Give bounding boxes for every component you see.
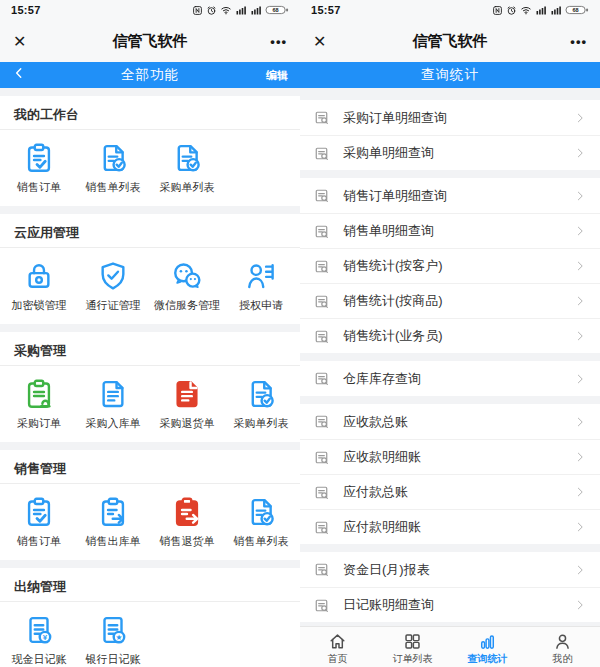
left-content: 我的工作台 销售订单 销售单列表 采购单列表云应用管理 加密锁管理 通行证管理 …	[0, 88, 300, 667]
chevron-right-icon	[573, 259, 587, 273]
query-row-label: 销售订单明细查询	[343, 187, 573, 205]
query-row[interactable]: 日记账明细查询	[300, 587, 600, 622]
app-title: 信管飞软件	[53, 32, 247, 51]
query-row[interactable]: 采购单明细查询	[300, 135, 600, 170]
tab-home[interactable]: 首页	[300, 627, 375, 667]
doc-search-icon	[313, 561, 330, 578]
function-item-label: 加密锁管理	[12, 298, 67, 313]
doc-yen-icon: ¥	[22, 612, 56, 648]
query-row[interactable]: 应付款明细账	[300, 509, 600, 544]
function-item[interactable]: 采购退货单	[150, 376, 224, 431]
query-row[interactable]: 资金日(月)报表	[300, 552, 600, 587]
chevron-right-icon	[573, 294, 587, 308]
app-title: 信管飞软件	[353, 32, 547, 51]
query-row-label: 资金日(月)报表	[343, 561, 573, 579]
function-item[interactable]: 销售退货单	[150, 494, 224, 549]
chevron-right-icon	[573, 485, 587, 499]
wifi-icon	[520, 4, 532, 16]
page-title: 全部功能	[48, 66, 252, 84]
section-sales-management: 销售管理 销售订单 销售出库单 销售退货单 销售单列表	[0, 450, 300, 560]
tab-query-stats[interactable]: 查询统计	[450, 627, 525, 667]
function-item[interactable]: ★ 银行日记账	[76, 612, 150, 667]
section-cashier-management: 出纳管理 ¥ 现金日记账★ 银行日记账	[0, 568, 300, 667]
query-row[interactable]: 仓库库存查询	[300, 361, 600, 396]
query-row[interactable]: 采购订单明细查询	[300, 100, 600, 135]
function-item[interactable]: 销售出库单	[76, 494, 150, 549]
chevron-right-icon	[573, 372, 587, 386]
edit-button[interactable]: 编辑	[266, 68, 288, 83]
query-row[interactable]: 销售订单明细查询	[300, 178, 600, 213]
function-item[interactable]: 销售订单	[2, 494, 76, 549]
query-row-label: 仓库库存查询	[343, 370, 573, 388]
function-item[interactable]: 采购单列表	[224, 376, 298, 431]
status-bar: 15:57 68	[0, 0, 300, 20]
query-group-2: 销售订单明细查询 销售单明细查询 销售统计(按客户) 销售统计(按商品) 销售统…	[300, 178, 600, 353]
svg-text:¥: ¥	[43, 633, 48, 642]
function-item-label: 采购入库单	[86, 416, 141, 431]
function-item[interactable]: ¥ 现金日记账	[2, 612, 76, 667]
doc-search-icon	[313, 293, 330, 310]
doc-check-icon	[244, 494, 278, 530]
function-item[interactable]: 加密锁管理	[2, 258, 76, 313]
query-row-label: 日记账明细查询	[343, 596, 573, 614]
more-icon[interactable]: •••	[547, 34, 587, 49]
function-item-label: 微信服务管理	[154, 298, 220, 313]
more-icon[interactable]: •••	[247, 34, 287, 49]
function-grid: 销售订单 销售出库单 销售退货单 销售单列表	[0, 484, 300, 560]
chevron-right-icon	[573, 598, 587, 612]
home-icon	[327, 631, 348, 652]
user-icon	[552, 631, 573, 652]
back-button[interactable]	[12, 66, 48, 84]
function-item-label: 通行证管理	[86, 298, 141, 313]
query-row[interactable]: 销售统计(业务员)	[300, 318, 600, 353]
doc-search-icon	[313, 597, 330, 614]
function-item[interactable]: 销售单列表	[224, 494, 298, 549]
battery-icon: 68	[565, 4, 589, 16]
signal-icon	[535, 4, 547, 16]
clipboard-check-icon	[22, 494, 56, 530]
query-row[interactable]: 销售统计(按客户)	[300, 248, 600, 283]
tab-mine[interactable]: 我的	[525, 627, 600, 667]
tab-bar: 首页 订单列表 查询统计 我的	[300, 626, 600, 667]
function-item[interactable]: 采购入库单	[76, 376, 150, 431]
clipboard-check-icon	[22, 140, 56, 176]
function-item[interactable]: 采购订单	[2, 376, 76, 431]
chevron-right-icon	[573, 563, 587, 577]
query-row[interactable]: 应收款明细账	[300, 439, 600, 474]
close-icon[interactable]: ✕	[313, 32, 353, 51]
section-title: 销售管理	[0, 450, 300, 483]
svg-text:68: 68	[272, 7, 278, 13]
alarm-icon	[506, 5, 517, 16]
function-item[interactable]: 通行证管理	[76, 258, 150, 313]
right-content: 采购订单明细查询 采购单明细查询 销售订单明细查询 销售单明细查询 销售统计(按…	[300, 88, 600, 667]
doc-search-icon	[313, 413, 330, 430]
doc-lines-icon	[96, 376, 130, 412]
function-item[interactable]: 授权申请	[224, 258, 298, 313]
function-item[interactable]: 微信服务管理	[150, 258, 224, 313]
function-item[interactable]: 销售单列表	[76, 140, 150, 195]
query-row[interactable]: 销售单明细查询	[300, 213, 600, 248]
chevron-right-icon	[573, 224, 587, 238]
page-header: 全部功能 编辑	[0, 62, 300, 88]
status-icons: 68	[492, 4, 589, 16]
clipboard-arrow-filled-icon	[170, 494, 204, 530]
function-item[interactable]: 销售订单	[2, 140, 76, 195]
tab-label: 查询统计	[468, 653, 508, 664]
query-row-label: 应收款明细账	[343, 448, 573, 466]
doc-search-icon	[313, 145, 330, 162]
tab-order-list[interactable]: 订单列表	[375, 627, 450, 667]
query-row[interactable]: 应付款总账	[300, 474, 600, 509]
function-grid: 采购订单 采购入库单 采购退货单 采购单列表	[0, 366, 300, 442]
function-grid: ¥ 现金日记账★ 银行日记账	[0, 602, 300, 667]
query-row-label: 采购订单明细查询	[343, 109, 573, 127]
status-icons: 68	[192, 4, 289, 16]
query-row[interactable]: 销售统计(按商品)	[300, 283, 600, 318]
chevron-right-icon	[573, 111, 587, 125]
query-row-label: 应收款总账	[343, 413, 573, 431]
close-icon[interactable]: ✕	[13, 32, 53, 51]
section-title: 采购管理	[0, 332, 300, 365]
function-item[interactable]: 采购单列表	[150, 140, 224, 195]
function-item-label: 销售出库单	[86, 534, 141, 549]
nav-bar: ✕ 信管飞软件 •••	[300, 20, 600, 62]
query-row[interactable]: 应收款总账	[300, 404, 600, 439]
